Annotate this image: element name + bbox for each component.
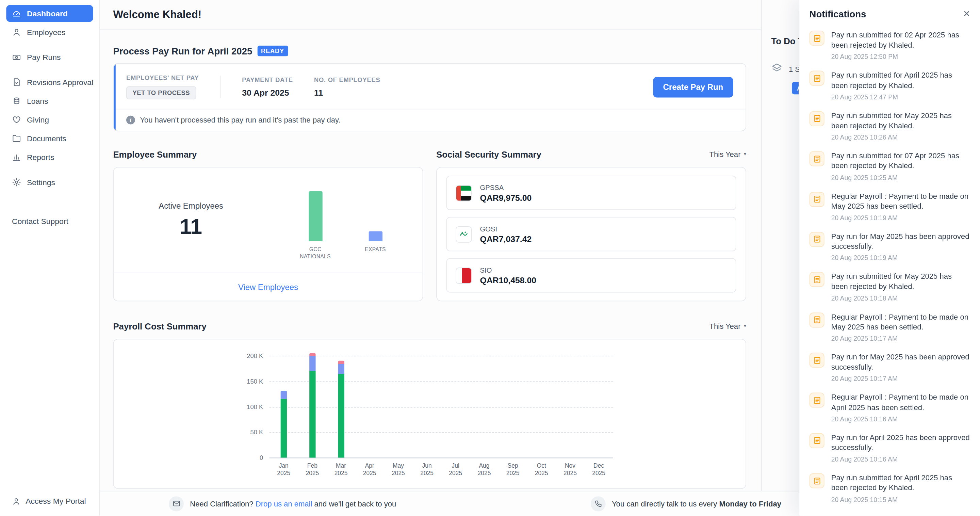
y-axis-tick-label: 50 K bbox=[250, 429, 263, 436]
x-axis-tick-label: May2025 bbox=[384, 462, 412, 477]
filter-label: This Year bbox=[710, 150, 741, 159]
dashboard-gauge-icon bbox=[12, 9, 21, 18]
sidebar-item-pay-runs[interactable]: Pay Runs bbox=[6, 49, 93, 66]
chevron-down-icon: ▾ bbox=[744, 151, 746, 157]
payrun-notice-text: You haven't processed this pay run and i… bbox=[140, 116, 340, 124]
giving-heart-icon bbox=[12, 115, 21, 124]
active-employees-label: Active Employees bbox=[114, 201, 268, 211]
payrun-notification-icon bbox=[810, 71, 824, 86]
social-security-row[interactable]: GOSIQAR7,037.42 bbox=[446, 217, 736, 251]
pay-runs-icon bbox=[12, 53, 21, 62]
filter-label: This Year bbox=[710, 322, 741, 331]
documents-folder-icon bbox=[12, 134, 21, 143]
payrun-period: April 2025 bbox=[208, 46, 253, 56]
employee-summary-title: Employee Summary bbox=[113, 149, 197, 159]
sidebar-item-giving[interactable]: Giving bbox=[6, 111, 93, 128]
revisions-approval-icon bbox=[12, 78, 21, 87]
sidebar-item-loans[interactable]: Loans bbox=[6, 92, 93, 110]
drop-us-an-email-link[interactable]: Drop us an email bbox=[256, 499, 312, 508]
access-my-portal-label: Access My Portal bbox=[25, 497, 86, 506]
notification-item[interactable]: Regular Payroll : Payment to be made on … bbox=[799, 387, 980, 427]
layers-icon bbox=[772, 63, 783, 76]
footer: Need Clarification? Drop us an email and… bbox=[100, 491, 799, 516]
access-my-portal-link[interactable]: Access My Portal bbox=[6, 493, 93, 510]
sidebar-item-settings[interactable]: Settings bbox=[6, 174, 93, 191]
status-badge: READY bbox=[257, 46, 288, 56]
payrun-section-header: Process Pay Run for April 2025 READY bbox=[113, 46, 746, 56]
social-security-filter-dropdown[interactable]: This Year ▾ bbox=[710, 150, 746, 159]
bahrain-flag-icon bbox=[456, 267, 472, 283]
payroll-bar-column: Apr2025 bbox=[355, 356, 384, 457]
scheme-amount: QAR7,037.42 bbox=[480, 234, 532, 244]
series-pink-segment bbox=[338, 361, 344, 364]
sidebar-item-dashboard[interactable]: Dashboard bbox=[6, 5, 93, 22]
payroll-bar-column: Aug2025 bbox=[470, 356, 498, 457]
notification-text: Pay run for April 2025 has been approved… bbox=[831, 433, 970, 453]
notification-item[interactable]: Pay run for April 2025 has been approved… bbox=[799, 427, 980, 468]
notification-text: Regular Payroll : Payment to be made on … bbox=[831, 312, 970, 332]
notification-item[interactable]: Pay run for May 2025 has been approved s… bbox=[799, 226, 980, 266]
employee-bar: EXPATS bbox=[355, 231, 395, 260]
notification-item[interactable]: Pay run for May 2025 has been approved s… bbox=[799, 347, 980, 387]
active-employees-count: 11 bbox=[114, 215, 268, 239]
payroll-bar-column: Nov2025 bbox=[556, 356, 584, 457]
social-security-row[interactable]: SIOQAR10,458.00 bbox=[446, 258, 736, 293]
close-icon[interactable]: × bbox=[963, 8, 970, 19]
create-pay-run-button[interactable]: Create Pay Run bbox=[653, 76, 733, 97]
employee-count-field: NO. OF EMPLOYEES 11 bbox=[314, 76, 380, 97]
payroll-cost-filter-dropdown[interactable]: This Year ▾ bbox=[710, 322, 746, 331]
scheme-amount: QAR9,975.00 bbox=[480, 193, 532, 202]
social-security-row[interactable]: GPSSAQAR9,975.00 bbox=[446, 176, 736, 210]
notification-timestamp: 20 Aug 2025 10:15 AM bbox=[831, 495, 970, 503]
sidebar-item-revisions-approval[interactable]: Revisions Approval bbox=[6, 74, 93, 91]
payroll-bar-column: Sep2025 bbox=[498, 356, 527, 457]
payrun-notification-icon bbox=[810, 232, 824, 247]
sidebar-item-label: Settings bbox=[27, 178, 55, 187]
notification-item[interactable]: Pay run submitted for May 2025 has been … bbox=[799, 105, 980, 146]
notification-text: Pay run submitted for April 2025 has bee… bbox=[831, 473, 970, 493]
employee-bar-label: GCC NATIONALS bbox=[295, 247, 336, 260]
settings-gear-icon bbox=[12, 178, 21, 187]
payroll-cost-card: 050 K100 K150 K200 KJan2025Feb2025Mar202… bbox=[113, 339, 746, 489]
series-green-segment bbox=[309, 371, 315, 457]
sidebar-item-label: Giving bbox=[27, 115, 49, 124]
notification-item[interactable]: Pay run submitted for 07 Apr 2025 has be… bbox=[799, 146, 980, 186]
payroll-bar bbox=[338, 361, 344, 457]
payment-date-field: PAYMENT DATE 30 Apr 2025 bbox=[242, 76, 293, 97]
notification-timestamp: 20 Aug 2025 10:16 AM bbox=[831, 455, 970, 463]
notification-item[interactable]: Pay run submitted for April 2025 has bee… bbox=[799, 468, 980, 508]
notification-item[interactable]: Pay run submitted for May 2025 has been … bbox=[799, 266, 980, 307]
notification-text: Pay run submitted for May 2025 has been … bbox=[831, 272, 970, 292]
scheme-name: GOSI bbox=[480, 225, 532, 232]
x-axis-tick-label: Sep2025 bbox=[498, 462, 527, 477]
contact-support-link[interactable]: Contact Support bbox=[6, 213, 93, 229]
notification-text: Pay run submitted for 02 Apr 2025 has be… bbox=[831, 30, 970, 50]
x-axis-tick-label: Feb2025 bbox=[298, 462, 327, 477]
payrun-notification-icon bbox=[810, 473, 824, 489]
x-axis-tick-label: Jan2025 bbox=[269, 462, 298, 477]
uae-flag-icon bbox=[456, 185, 472, 201]
notification-item[interactable]: Pay run submitted for April 2025 has bee… bbox=[799, 65, 980, 105]
notification-timestamp: 20 Aug 2025 12:47 PM bbox=[831, 93, 970, 100]
net-pay-label: EMPLOYEES' NET PAY bbox=[126, 75, 199, 81]
notification-timestamp: 20 Aug 2025 10:16 AM bbox=[831, 415, 970, 422]
sidebar-item-label: Loans bbox=[27, 97, 48, 105]
sidebar-item-employees[interactable]: Employees bbox=[6, 24, 93, 41]
employees-icon bbox=[12, 27, 21, 37]
net-pay-field: EMPLOYEES' NET PAY YET TO PROCESS bbox=[126, 75, 199, 99]
view-employees-link[interactable]: View Employees bbox=[238, 282, 298, 292]
sidebar-item-documents[interactable]: Documents bbox=[6, 130, 93, 147]
employee-bar-label: EXPATS bbox=[365, 247, 386, 260]
payrun-notification-icon bbox=[810, 272, 824, 287]
notification-item[interactable]: Regular Payroll : Payment to be made on … bbox=[799, 186, 980, 226]
notifications-title: Notifications bbox=[810, 8, 866, 19]
y-axis-tick-label: 0 bbox=[259, 454, 263, 461]
payroll-bar bbox=[309, 353, 315, 458]
notification-item[interactable]: Regular Payroll : Payment to be made on … bbox=[799, 307, 980, 347]
series-green-segment bbox=[338, 374, 344, 457]
notification-item[interactable]: Pay run submitted for 02 Apr 2025 has be… bbox=[799, 25, 980, 65]
employee-bar-chart: GCC NATIONALSEXPATS bbox=[268, 180, 423, 260]
main-content: Welcome Khaled! Process Pay Run for Apri… bbox=[100, 0, 761, 491]
sidebar-item-reports[interactable]: Reports bbox=[6, 149, 93, 166]
person-icon bbox=[12, 497, 21, 506]
